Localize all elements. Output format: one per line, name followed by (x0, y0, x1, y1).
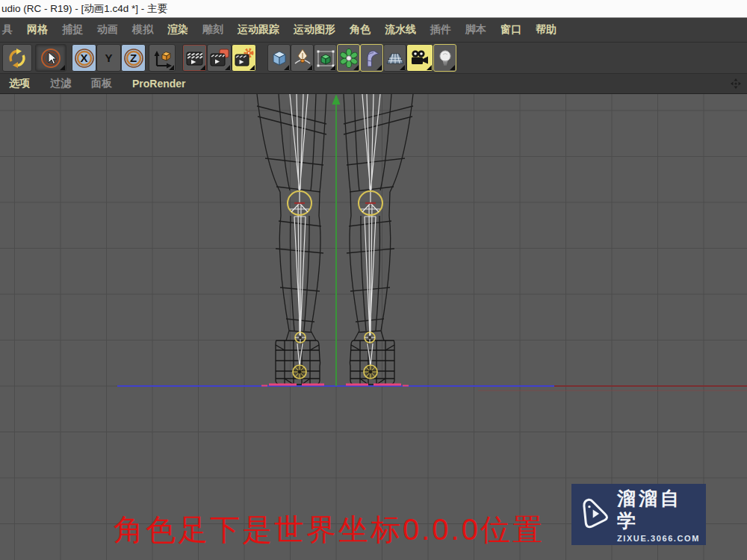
window-title: udio (RC - R19) - [动画1.c4d *] - 主要 (1, 2, 167, 16)
right-leg (344, 94, 413, 386)
rotate-tool-button[interactable] (2, 44, 32, 72)
vp-menu-options[interactable]: 选项 (9, 77, 30, 90)
axis-x-label: X (80, 52, 87, 64)
menu-sculpt[interactable]: 雕刻 (202, 23, 223, 37)
add-deformer-button[interactable] (360, 44, 383, 72)
character-legs-wireframe (257, 94, 413, 386)
live-selection-icon (40, 47, 62, 69)
add-spline-icon (292, 48, 313, 69)
vp-menu-filter[interactable]: 过滤 (50, 77, 71, 90)
menu-motion-track[interactable]: 运动跟踪 (238, 23, 279, 37)
viewport-pan-handle[interactable] (730, 78, 742, 92)
add-floor-button[interactable] (383, 44, 406, 72)
menu-plugins[interactable]: 插件 (430, 23, 451, 37)
render-view-button[interactable] (182, 44, 207, 72)
axis-z-label: Z (130, 52, 137, 64)
add-cube-icon (269, 48, 290, 69)
lock-z-axis-button[interactable]: Z (121, 44, 146, 72)
menu-pipeline[interactable]: 流水线 (385, 23, 416, 37)
add-camera-icon (409, 48, 431, 69)
move-cross-icon (730, 78, 742, 90)
menu-render[interactable]: 渲染 (167, 23, 188, 37)
add-generator-button[interactable] (314, 44, 337, 72)
render-settings-button[interactable] (232, 44, 256, 72)
menu-animate[interactable]: 动画 (97, 23, 118, 37)
add-mograph-button[interactable] (337, 44, 360, 72)
axis-y-label: Y (105, 52, 112, 64)
left-leg (257, 94, 326, 386)
coordinate-system-icon (152, 48, 173, 69)
vp-menu-prorender[interactable]: ProRender (132, 78, 186, 90)
rotate-tool-icon (7, 48, 28, 69)
menu-script[interactable]: 脚本 (465, 23, 486, 37)
render-view-icon (185, 48, 205, 69)
lock-x-axis-button[interactable]: X (72, 44, 96, 72)
render-picture-viewer-button[interactable] (207, 44, 232, 72)
watermark-badge: 溜溜自学 ZIXUE.3066.COM (571, 484, 706, 545)
menu-character[interactable]: 角色 (350, 23, 371, 37)
viewport-annotation-text: 角色足下是世界坐标0.0.0位置 (114, 509, 545, 550)
add-mograph-icon (338, 48, 359, 69)
live-selection-button[interactable] (35, 44, 66, 72)
menu-snap[interactable]: 捕捉 (62, 23, 83, 37)
lock-y-axis-button[interactable]: Y (96, 44, 121, 72)
coordinate-system-button[interactable] (149, 44, 176, 72)
world-axes (117, 94, 747, 391)
main-menu-bar: 具 网格 捕捉 动画 模拟 渲染 雕刻 运动跟踪 运动图形 角色 流水线 插件 … (0, 18, 747, 42)
menu-mesh[interactable]: 网格 (27, 23, 48, 37)
add-camera-button[interactable] (406, 44, 433, 72)
main-toolbar: X Y Z (0, 42, 747, 74)
watermark-brand: 溜溜自学 (617, 487, 700, 532)
menu-simulate[interactable]: 模拟 (132, 23, 153, 37)
menu-help[interactable]: 帮助 (536, 23, 557, 37)
3d-viewport[interactable]: 角色足下是世界坐标0.0.0位置 溜溜自学 ZIXUE.3066.COM (0, 94, 747, 560)
menu-window[interactable]: 窗口 (500, 23, 521, 37)
render-picture-viewer-icon (209, 48, 230, 69)
menu-mograph[interactable]: 运动图形 (294, 23, 335, 37)
add-floor-icon (385, 48, 406, 69)
menu-tools[interactable]: 具 (2, 23, 13, 37)
play-pick-logo-icon (577, 495, 613, 534)
render-settings-icon (234, 48, 255, 69)
viewport-menu-bar: 选项 过滤 面板 ProRender (0, 74, 747, 94)
add-light-icon (435, 48, 456, 69)
add-spline-button[interactable] (291, 44, 314, 72)
y-axis-arrow (332, 94, 341, 105)
add-deformer-icon (362, 48, 382, 69)
add-light-button[interactable] (433, 44, 456, 72)
watermark-site: ZIXUE.3066.COM (617, 534, 700, 543)
window-title-bar: udio (RC - R19) - [动画1.c4d *] - 主要 (0, 0, 747, 18)
add-cube-button[interactable] (267, 44, 291, 72)
add-generator-icon (315, 48, 336, 69)
vp-menu-panel[interactable]: 面板 (91, 77, 112, 90)
